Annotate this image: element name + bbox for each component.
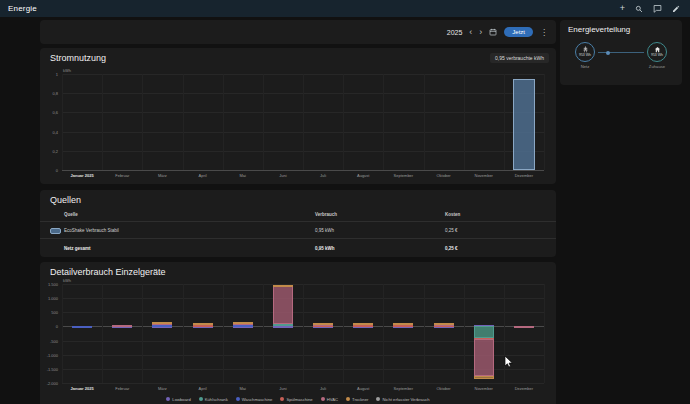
next-period-button[interactable]: ›: [479, 28, 482, 37]
prev-period-button[interactable]: ‹: [469, 28, 472, 37]
legend-item-waschmaschine[interactable]: Waschmaschine: [236, 397, 273, 402]
gridline-x: [424, 284, 425, 383]
chart-legend: LowboardKühlschrankWaschmaschineSpülmasc…: [40, 395, 556, 403]
y-axis-unit-strom: kWh: [63, 68, 71, 73]
add-icon[interactable]: +: [620, 4, 625, 13]
table-row[interactable]: EcoShake Verbrauch Stabil 0,95 kWh 0,25 …: [40, 221, 556, 239]
gridline-x: [62, 284, 63, 383]
bar-segment-trockner-april[interactable]: [193, 323, 213, 325]
gridline-x: [343, 74, 344, 170]
detailverbrauch-chart: kWh 1.5001.0005000-500-1.000-1.500-2.000…: [44, 284, 550, 395]
y-tick-label: 0,6: [52, 110, 58, 115]
stromnutzung-card: Stromnutzung 0,95 verbrauchte kWh kWh 10…: [40, 48, 556, 184]
col-kosten: Kosten: [445, 212, 556, 217]
gridline-x: [183, 284, 184, 383]
y-tick-label: 0: [56, 168, 58, 173]
x-tick-label-november: November: [464, 386, 504, 391]
bar-segment-hvac-juni[interactable]: [273, 286, 293, 324]
bar-segment-netz-verbrauch-dezember[interactable]: [513, 79, 535, 170]
x-tick-label-oktober: Oktober: [424, 386, 464, 391]
detailverbrauch-card: Detailverbrauch Einzelgeräte kWh 1.5001.…: [40, 262, 556, 404]
distribution-diagram: 953 Wh Netz 953 Wh Zuhause: [568, 42, 674, 76]
bar-segment-trockner-juni[interactable]: [273, 285, 293, 287]
x-tick-label-mai: Mai: [223, 173, 263, 178]
appbar-actions: +: [620, 4, 682, 13]
grid-value: 953 Wh: [579, 53, 591, 57]
bar-segment-trockner-oktober[interactable]: [434, 323, 454, 325]
bar-segment-waschmaschine-januar-2025[interactable]: [72, 326, 92, 328]
gridline-x: [223, 74, 224, 170]
app-bar: Energie +: [0, 0, 690, 17]
col-quelle: Quelle: [40, 212, 315, 217]
x-tick-label-april: April: [183, 386, 223, 391]
gridline-x: [464, 284, 465, 383]
y-tick-label: 1: [56, 72, 58, 77]
bar-segment-trockner-juli[interactable]: [313, 323, 333, 325]
legend-label: Nicht erfasster Verbrauch: [382, 397, 429, 402]
bar-segment-trockner-september[interactable]: [393, 323, 413, 325]
energy-distribution-title: Energieverteilung: [568, 25, 630, 34]
detailverbrauch-title: Detailverbrauch Einzelgeräte: [50, 267, 166, 277]
legend-item-hvac[interactable]: HVAC: [321, 397, 338, 402]
bar-segment-trockner-november[interactable]: [474, 376, 494, 379]
grid-label: Netz: [581, 64, 590, 69]
grid-node[interactable]: 953 Wh Netz: [568, 42, 602, 69]
legend-item-lowboard[interactable]: Lowboard: [166, 397, 190, 402]
home-circle[interactable]: 953 Wh: [647, 42, 667, 62]
gridline-x: [544, 74, 545, 170]
assist-chat-icon[interactable]: [653, 4, 662, 13]
bar-segment-trockner-august[interactable]: [353, 323, 373, 325]
edit-pencil-icon[interactable]: [672, 5, 680, 13]
legend-dot: [280, 397, 284, 401]
gridline-x: [303, 74, 304, 170]
gridline-x: [504, 284, 505, 383]
grid-to-home-line: [598, 52, 644, 53]
home-label: Zuhause: [649, 64, 665, 69]
legend-item-spülmaschine[interactable]: Spülmaschine: [280, 397, 312, 402]
bar-segment-kühlschrank-juni[interactable]: [273, 324, 293, 326]
x-tick-label-april: April: [183, 173, 223, 178]
today-button[interactable]: Jetzt: [504, 27, 533, 37]
gridline-x: [544, 284, 545, 383]
y-tick-label: -1.000: [47, 352, 58, 357]
bar-segment-hvac-dezember[interactable]: [514, 326, 534, 328]
legend-item-nicht-erfasster-verbrauch[interactable]: Nicht erfasster Verbrauch: [376, 397, 429, 402]
legend-label: Spülmaschine: [286, 397, 312, 402]
home-node[interactable]: 953 Wh Zuhause: [640, 42, 674, 69]
gridline-x: [102, 74, 103, 170]
bar-segment-trockner-märz[interactable]: [152, 322, 172, 324]
kebab-menu-icon[interactable]: ⋮: [540, 28, 548, 37]
quellen-title: Quellen: [50, 195, 81, 205]
home-value: 953 Wh: [651, 53, 663, 57]
bar-segment-hvac-februar[interactable]: [112, 325, 132, 327]
calendar-icon[interactable]: [489, 28, 497, 36]
grid-circle[interactable]: 953 Wh: [575, 42, 595, 62]
bar-segment-trockner-mai[interactable]: [233, 322, 253, 324]
x-tick-label-märz: März: [142, 386, 182, 391]
legend-item-trockner[interactable]: Trockner: [346, 397, 368, 402]
y-tick-label: -2.000: [47, 381, 58, 386]
search-icon[interactable]: [635, 5, 643, 13]
bar-segment-lowboard-juni[interactable]: [273, 326, 293, 328]
source-swatch: [50, 228, 61, 234]
total-name: Netz gesamt: [40, 246, 315, 251]
x-tick-label-mai: Mai: [223, 386, 263, 391]
gridline-x: [303, 284, 304, 383]
page-title: Energie: [8, 4, 37, 13]
legend-label: Kühlschrank: [205, 397, 228, 402]
stromnutzung-chart: kWh 10,80,60,40,20 Januar 2025FebruarMär…: [44, 74, 550, 182]
gridline-x: [343, 284, 344, 383]
legend-item-kühlschrank[interactable]: Kühlschrank: [199, 397, 228, 402]
legend-dot: [166, 397, 170, 401]
y-tick-label: 0: [56, 324, 58, 329]
x-tick-label-januar-2025: Januar 2025: [62, 173, 102, 178]
x-axis-detail: Januar 2025FebruarMärzAprilMaiJuniJuliAu…: [62, 384, 544, 395]
gridline-x: [504, 74, 505, 170]
y-tick-label: 0,2: [52, 148, 58, 153]
bar-segment-kühlschrank-november[interactable]: [474, 326, 494, 337]
y-tick-label: 1.500: [48, 282, 58, 287]
bar-segment-hvac-november[interactable]: [474, 339, 494, 376]
y-axis-strom: 10,80,60,40,20: [44, 74, 60, 170]
x-tick-label-juni: Juni: [263, 173, 303, 178]
home-icon: [654, 46, 661, 53]
